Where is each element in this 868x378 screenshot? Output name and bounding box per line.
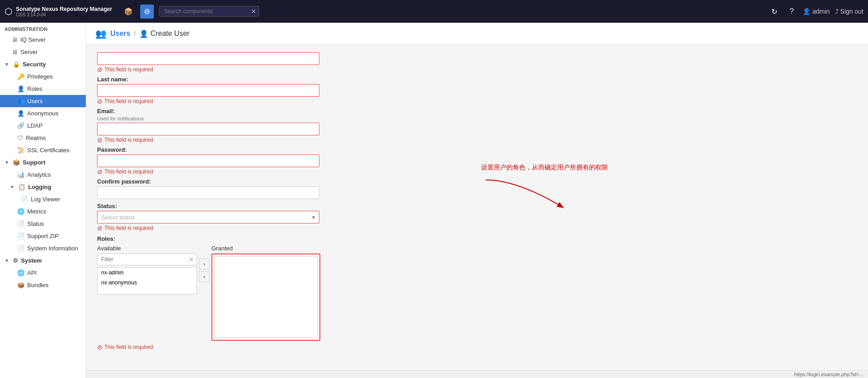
support-zip-icon: 📄 (17, 233, 25, 239)
error-text: This field is required (104, 225, 153, 231)
users-icon: 👥 (17, 98, 25, 104)
email-error: ⊘ This field is required (97, 136, 484, 144)
roles-filter-input[interactable] (97, 254, 197, 265)
roles-error: ⊘ This field is required (97, 343, 484, 351)
browse-button[interactable]: 📦 (120, 5, 137, 19)
sidebar-item-label: Analytics (27, 171, 51, 178)
sidebar-item-label: IQ Server (20, 36, 46, 43)
create-user-icon: 👤 (139, 30, 148, 38)
firstname-input[interactable] (97, 52, 319, 65)
confirm-password-label: Confirm password: (97, 178, 484, 185)
main-layout: Administration 🖥 IQ Server 🖥 Server ▼ 🔒 … (0, 23, 868, 378)
sidebar-item-users[interactable]: 👥 Users (0, 95, 86, 107)
status-url: https://login.example.php?id=... (794, 372, 863, 377)
list-item[interactable]: nx-admin (98, 268, 196, 278)
admin-user-button[interactable]: 👤 admin (803, 8, 829, 15)
roles-columns: Available ✕ nx-admin nx-anonymous (97, 245, 484, 341)
sidebar-item-privileges[interactable]: 🔑 Privileges (0, 70, 86, 83)
sidebar-item-label: Realms (26, 134, 46, 141)
chevron-down-icon: ▼ (5, 160, 9, 165)
sidebar-item-metrics[interactable]: 🌐 Metrics (0, 205, 86, 218)
sidebar-item-label: Log Viewer (31, 196, 60, 203)
sidebar-item-label: Privileges (27, 73, 53, 80)
search-wrapper: ✕ (159, 6, 259, 17)
chevron-down-icon: ▼ (5, 258, 9, 263)
sidebar-item-label: SSL Certificates (27, 147, 69, 154)
roles-section: Roles: Available ✕ nx-admin nx-anonymo (97, 235, 484, 351)
sidebar-item-label: LDAP (27, 122, 43, 129)
breadcrumb-current: 👤 Create User (139, 30, 189, 38)
sidebar-item-iq-server[interactable]: 🖥 IQ Server (0, 34, 86, 46)
sidebar-item-label: Status (27, 220, 44, 227)
roles-available-col: Available ✕ nx-admin nx-anonymous (97, 245, 197, 294)
help-button[interactable]: ? (786, 5, 798, 18)
refresh-button[interactable]: ↻ (768, 5, 781, 19)
error-text: This field is required (104, 98, 153, 104)
sidebar-item-realms[interactable]: 🛡 Realms (0, 132, 86, 144)
password-label: Password: (97, 146, 484, 153)
sidebar-section-label: Administration (0, 23, 86, 34)
move-right-button[interactable]: › (199, 259, 210, 269)
password-input[interactable] (97, 154, 319, 167)
users-header-icon: 👥 (95, 28, 107, 39)
roles-arrows: › ‹ (199, 245, 210, 282)
lastname-input[interactable] (97, 84, 319, 97)
error-icon: ⊘ (97, 343, 103, 351)
roles-granted-list (211, 254, 320, 341)
sidebar-item-label: Server (20, 49, 38, 55)
sidebar-item-api[interactable]: 🌐 API (0, 267, 86, 279)
breadcrumb-parent[interactable]: Users (110, 30, 130, 38)
sidebar-item-server[interactable]: 🖥 Server (0, 46, 86, 58)
app-version: OSS 3.14.0-04 (16, 12, 112, 17)
filter-clear-icon[interactable]: ✕ (189, 256, 194, 263)
sidebar-item-label: Anonymous (27, 110, 59, 117)
status-label: Status: (97, 203, 484, 209)
sidebar-item-ssl-certificates[interactable]: 📜 SSL Certificates (0, 144, 86, 156)
sidebar-group-security[interactable]: ▼ 🔒 Security (0, 58, 86, 70)
sidebar-item-ldap[interactable]: 🔗 LDAP (0, 119, 86, 132)
roles-label: Roles: (97, 235, 484, 242)
sidebar-item-support-zip[interactable]: 📄 Support ZIP (0, 230, 86, 242)
sidebar-group-label: System (21, 257, 42, 264)
admin-button[interactable]: ⚙ (140, 5, 154, 19)
chevron-down-icon: ▼ (5, 62, 9, 67)
roles-available-label: Available (97, 245, 197, 252)
sidebar-item-anonymous[interactable]: 👤 Anonymous (0, 107, 86, 119)
status-bar: https://login.example.php?id=... (86, 370, 868, 378)
sidebar-item-system-information[interactable]: 📄 System Information (0, 242, 86, 254)
status-icon: 📄 (17, 220, 25, 227)
admin-label: admin (812, 8, 829, 15)
granted-inner-list (214, 256, 318, 338)
breadcrumb-separator: / (134, 30, 136, 37)
sidebar-item-log-viewer[interactable]: 📄 Log Viewer (0, 193, 86, 205)
sidebar-item-status[interactable]: 📄 Status (0, 218, 86, 230)
move-left-button[interactable]: ‹ (199, 271, 210, 282)
metrics-icon: 🌐 (17, 208, 25, 215)
email-input[interactable] (97, 123, 319, 135)
confirm-password-field: Confirm password: (97, 178, 484, 199)
sidebar-group-logging[interactable]: ▼ 📋 Logging (0, 181, 86, 193)
search-clear-icon[interactable]: ✕ (251, 8, 256, 15)
sidebar-group-label: Security (23, 61, 46, 68)
chevron-down-icon: ▼ (10, 184, 15, 189)
content-wrapper: 设置用户的角色，从而确定用户所拥有的权限 👥 Users / 👤 Create … (86, 23, 868, 378)
key-icon: 🔑 (17, 73, 25, 80)
signout-label: Sign out (840, 8, 863, 15)
error-icon: ⊘ (97, 168, 103, 175)
sidebar-group-system[interactable]: ▼ ⚙ System (0, 254, 86, 267)
status-select[interactable]: Select status Active Disabled (97, 211, 319, 224)
signout-button[interactable]: ⤴ Sign out (835, 8, 863, 15)
sidebar-item-roles[interactable]: 👤 Roles (0, 83, 86, 95)
form-container: ⊘ This field is required Last name: ⊘ Th… (86, 45, 495, 361)
list-item[interactable]: nx-anonymous (98, 278, 196, 288)
sidebar-group-support[interactable]: ▼ 📦 Support (0, 156, 86, 169)
confirm-password-input[interactable] (97, 186, 319, 199)
sidebar-item-bundles[interactable]: 📦 Bundles (0, 279, 86, 291)
sidebar-item-label: System Information (27, 245, 78, 252)
search-input[interactable] (159, 6, 259, 17)
password-field: Password: ⊘ This field is required (97, 146, 484, 175)
email-label: Email: (97, 108, 484, 114)
logging-icon: 📋 (18, 184, 25, 190)
sidebar-item-analytics[interactable]: 📊 Analytics (0, 169, 86, 181)
lock-icon: 🔒 (13, 61, 20, 68)
